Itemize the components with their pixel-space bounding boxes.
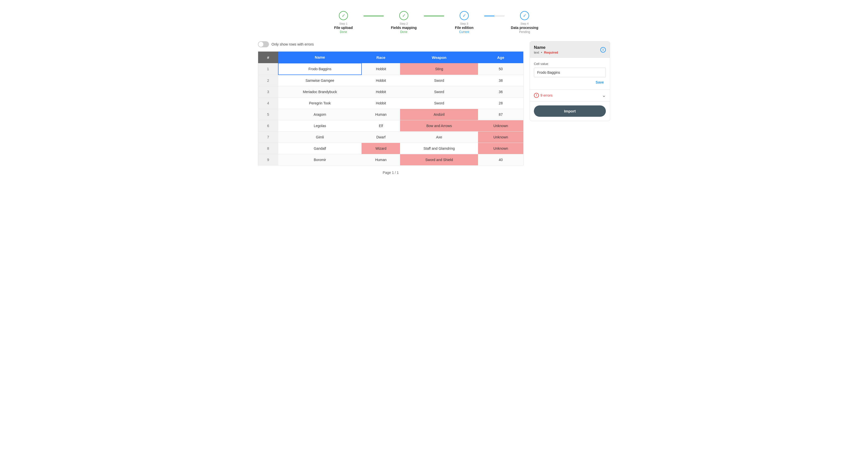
step-3-status: Current — [455, 30, 473, 34]
table-header-row: # Name Race Weapon Age — [258, 52, 524, 63]
data-table: # Name Race Weapon Age 1 Frodo Baggins H… — [258, 51, 524, 165]
connector-3-4-line — [484, 15, 504, 17]
step-1-icon-row: ✓ — [323, 11, 364, 20]
col-weapon: Weapon — [400, 52, 478, 63]
row-4-name[interactable]: Peregrin Took — [278, 98, 362, 109]
save-button[interactable]: Save — [593, 79, 606, 85]
step-3: ✓ Step 3 File edition Current — [444, 11, 484, 34]
main-content: Only show rows with errors # Name Race W… — [258, 41, 610, 175]
row-6-race[interactable]: Elf — [362, 120, 400, 132]
row-7-num: 7 — [258, 132, 278, 143]
table-row[interactable]: 2 Samwise Gamgee Hobbit Sword 38 — [258, 75, 524, 86]
row-2-weapon[interactable]: Sword — [400, 75, 478, 86]
row-1-age[interactable]: 50 — [478, 63, 523, 75]
row-6-weapon[interactable]: Bow and Arrows — [400, 120, 478, 132]
row-8-weapon[interactable]: Staff and Glamdring — [400, 143, 478, 154]
table-row[interactable]: 4 Peregrin Took Hobbit Sword 28 — [258, 98, 524, 109]
row-5-race[interactable]: Human — [362, 109, 400, 120]
side-panel: Name text • Required i Cell value Save — [530, 41, 610, 121]
row-6-num: 6 — [258, 120, 278, 132]
row-3-race[interactable]: Hobbit — [362, 86, 400, 98]
table-row[interactable]: 7 Gimli Dwarf Axe Unknown — [258, 132, 524, 143]
cell-value-input[interactable] — [534, 68, 606, 77]
row-7-name[interactable]: Gimli — [278, 132, 362, 143]
table-body: 1 Frodo Baggins Hobbit Sting 50 2 Samwis… — [258, 63, 524, 165]
errors-only-toggle[interactable] — [258, 41, 269, 47]
step-3-labels: Step 3 File edition Current — [455, 22, 473, 34]
col-hash: # — [258, 52, 278, 63]
table-row[interactable]: 9 Boromir Human Sword and Shield 40 — [258, 154, 524, 165]
step-3-icon-row: ✓ — [444, 11, 484, 20]
panel-field-name: Name — [534, 45, 558, 50]
row-7-weapon[interactable]: Axe — [400, 132, 478, 143]
step-1-labels: Step 1 File upload Done — [334, 22, 353, 34]
row-1-num: 1 — [258, 63, 278, 75]
row-2-race[interactable]: Hobbit — [362, 75, 400, 86]
step-4-circle: ✓ — [520, 11, 529, 20]
step-2-status: Done — [391, 30, 417, 34]
pagination: Page 1 / 1 — [258, 170, 524, 175]
row-3-name[interactable]: Meriadoc Brandybuck — [278, 86, 362, 98]
row-8-race[interactable]: Wizard — [362, 143, 400, 154]
row-9-num: 9 — [258, 154, 278, 165]
errors-expand-icon[interactable]: ⌄ — [602, 93, 606, 98]
save-row: Save — [534, 79, 606, 85]
table-row[interactable]: 6 Legolas Elf Bow and Arrows Unknown — [258, 120, 524, 132]
row-5-name[interactable]: Aragorn — [278, 109, 362, 120]
step-2-circle: ✓ — [399, 11, 408, 20]
row-7-age[interactable]: Unknown — [478, 132, 523, 143]
import-button[interactable]: Import — [534, 105, 606, 117]
step-2-labels: Step 2 Fields mapping Done — [391, 22, 417, 34]
table-row[interactable]: 8 Gandalf Wizard Staff and Glamdring Unk… — [258, 143, 524, 154]
connector-3-4 — [484, 11, 504, 17]
step-2-icon-row: ✓ — [384, 11, 424, 20]
row-9-age[interactable]: 40 — [478, 154, 523, 165]
row-3-weapon[interactable]: Sword — [400, 86, 478, 98]
step-2: ✓ Step 2 Fields mapping Done — [384, 11, 424, 34]
row-2-name[interactable]: Samwise Gamgee — [278, 75, 362, 86]
row-9-weapon[interactable]: Sword and Shield — [400, 154, 478, 165]
info-icon[interactable]: i — [600, 47, 606, 53]
row-9-name[interactable]: Boromir — [278, 154, 362, 165]
row-5-age[interactable]: 87 — [478, 109, 523, 120]
connector-2-3-line — [424, 15, 444, 17]
table-row[interactable]: 5 Aragorn Human Andúril 87 — [258, 109, 524, 120]
step-1-check-icon: ✓ — [342, 13, 345, 19]
row-6-name[interactable]: Legolas — [278, 120, 362, 132]
page-wrapper: ✓ Step 1 File upload Done ✓ Step 2 Field… — [0, 0, 868, 466]
row-4-race[interactable]: Hobbit — [362, 98, 400, 109]
step-1-circle: ✓ — [339, 11, 348, 20]
row-1-race[interactable]: Hobbit — [362, 63, 400, 75]
row-2-age[interactable]: 38 — [478, 75, 523, 86]
row-1-name[interactable]: Frodo Baggins — [278, 63, 362, 75]
table-section: Only show rows with errors # Name Race W… — [258, 41, 524, 175]
row-5-weapon[interactable]: Andúril — [400, 109, 478, 120]
panel-field-info: Name text • Required — [534, 45, 558, 54]
step-4-check-icon: ✓ — [523, 13, 527, 19]
step-3-title: File edition — [455, 26, 473, 30]
row-9-race[interactable]: Human — [362, 154, 400, 165]
row-1-weapon[interactable]: Sting — [400, 63, 478, 75]
step-1-status: Done — [334, 30, 353, 34]
panel-body: Cell value Save — [530, 58, 610, 89]
row-8-name[interactable]: Gandalf — [278, 143, 362, 154]
step-2-number: Step 2 — [391, 22, 417, 25]
table-row[interactable]: 1 Frodo Baggins Hobbit Sting 50 — [258, 63, 524, 75]
row-4-num: 4 — [258, 98, 278, 109]
row-3-age[interactable]: 36 — [478, 86, 523, 98]
step-4-status: Pending — [511, 30, 538, 34]
pagination-text: Page 1 / 1 — [383, 170, 399, 175]
step-4-labels: Step 4 Data processing Pending — [511, 22, 538, 34]
row-4-weapon[interactable]: Sword — [400, 98, 478, 109]
table-row[interactable]: 3 Meriadoc Brandybuck Hobbit Sword 36 — [258, 86, 524, 98]
col-name: Name — [278, 52, 362, 63]
row-5-num: 5 — [258, 109, 278, 120]
row-8-age[interactable]: Unknown — [478, 143, 523, 154]
row-6-age[interactable]: Unknown — [478, 120, 523, 132]
row-4-age[interactable]: 28 — [478, 98, 523, 109]
row-7-race[interactable]: Dwarf — [362, 132, 400, 143]
row-8-num: 8 — [258, 143, 278, 154]
step-3-circle: ✓ — [460, 11, 469, 20]
step-4-number: Step 4 — [511, 22, 538, 25]
step-2-title: Fields mapping — [391, 26, 417, 30]
